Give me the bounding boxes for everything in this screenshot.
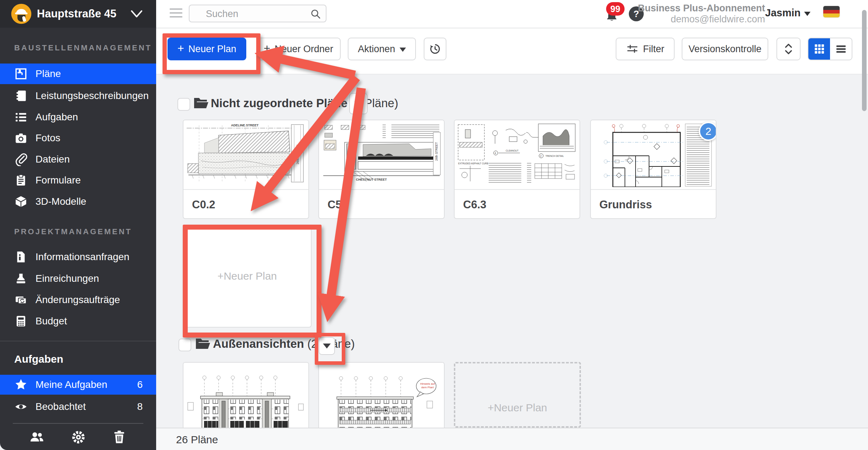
actions-label: Aktionen <box>358 44 395 55</box>
version-history-button[interactable] <box>424 38 446 60</box>
filter-sliders-icon <box>626 43 639 55</box>
actions-dropdown-button[interactable]: Aktionen <box>348 38 416 60</box>
sidebar-item-aenderungsauftraege[interactable]: Änderungsaufträge <box>0 290 156 310</box>
history-icon <box>428 42 442 56</box>
plan-title: Grundriss <box>599 198 652 211</box>
plan-card-c5[interactable]: CHESTNUT STREET 26th STREET C5. <box>318 120 445 219</box>
folder-title[interactable]: Nicht zugeordnete Pläne (4 Pläne) <box>211 97 398 110</box>
people-icon[interactable] <box>28 429 45 446</box>
plans-content: Nicht zugeordnete Pläne (4 Pläne) ADELIN… <box>156 74 868 428</box>
search-input[interactable] <box>205 7 306 21</box>
plan-title: C5. <box>328 198 345 211</box>
section-projektmanagement: PROJEKTMANAGEMENT <box>14 227 149 236</box>
hamburger-menu-icon[interactable] <box>170 9 182 18</box>
plan-count-status: 26 Pläne <box>176 434 218 446</box>
sidebar-item-budget[interactable]: Budget <box>0 311 156 331</box>
gear-icon[interactable] <box>70 429 87 446</box>
plan-hint-text: dem Plan! <box>421 386 434 389</box>
project-switcher[interactable]: Hauptstraße 45 <box>0 0 156 28</box>
folder-checkbox[interactable] <box>178 339 191 351</box>
language-flag-german[interactable] <box>823 6 840 17</box>
plan-card-elevation-1[interactable] <box>183 362 309 428</box>
sidebar: Hauptstraße 45 BAUSTELLENMANAGEMENT Plän… <box>0 0 156 450</box>
street-label: ADELINE STREET <box>231 124 259 127</box>
plans-toolbar: + Neuer Plan + Neuer Ordner Aktionen Fil… <box>156 28 868 75</box>
filter-button[interactable]: Filter <box>616 38 675 60</box>
new-plan-placeholder-card[interactable]: +Neuer Plan <box>183 225 312 328</box>
new-plan-button[interactable]: + Neuer Plan <box>167 38 246 60</box>
caret-down-icon <box>355 101 362 106</box>
sidebar-item-beobachtet[interactable]: Beobachtet 8 <box>0 397 156 417</box>
sidebar-item-plaene[interactable]: Pläne <box>0 64 156 84</box>
plan-card-grundriss[interactable]: 2 Grundriss <box>590 120 716 219</box>
new-plan-placeholder-label: +Neuer Plan <box>218 270 277 282</box>
street-label: 26th STREET <box>435 142 438 161</box>
plus-icon: + <box>177 42 184 55</box>
folder-checkbox[interactable] <box>177 98 190 111</box>
sidebar-footer-divider <box>13 423 143 424</box>
plan-thumbnail <box>591 120 716 190</box>
new-plan-label: Neuer Plan <box>188 44 236 55</box>
sidebar-item-label: Beobachtet <box>35 401 86 412</box>
new-plan-dashed-card[interactable]: +Neuer Plan <box>454 362 581 428</box>
sidebar-item-label: Formulare <box>35 175 81 186</box>
sidebar-item-meine-aufgaben[interactable]: Meine Aufgaben 6 <box>0 375 156 395</box>
plan-card-c02[interactable]: ADELINE STREET 26th STREET <box>183 120 309 219</box>
tasks-heading: Aufgaben <box>14 353 63 365</box>
plan-version-badge: 2 <box>699 122 716 141</box>
sidebar-item-label: 3D-Modelle <box>35 196 86 207</box>
new-folder-label: Neuer Ordner <box>275 44 333 55</box>
grid-view-button[interactable] <box>808 38 830 60</box>
folder-expand-button[interactable] <box>319 337 335 355</box>
svg-text:4: 4 <box>495 152 496 154</box>
stamp-icon <box>14 272 28 285</box>
sidebar-item-label: Informationsanfragen <box>35 251 130 263</box>
sidebar-item-label: Dateien <box>35 154 70 165</box>
grid-view-icon <box>814 43 825 55</box>
svg-text:2: 2 <box>540 155 542 157</box>
version-control-label: Versionskontrolle <box>688 44 762 55</box>
sidebar-item-label: Aufgaben <box>35 111 78 123</box>
sidebar-item-label: Änderungsaufträge <box>35 294 120 306</box>
version-control-button[interactable]: Versionskontrolle <box>682 38 768 60</box>
tasks-list-icon <box>14 110 28 124</box>
fieldwire-logo-icon <box>11 3 32 24</box>
search-box <box>189 5 326 22</box>
sidebar-item-label: Leistungsbeschreibungen <box>35 90 149 101</box>
folder-collapse-button[interactable] <box>349 93 368 114</box>
plan-thumbnail: ADELINE STREET 26th STREET <box>183 120 308 190</box>
sort-button[interactable] <box>776 38 801 60</box>
new-folder-button[interactable]: + Neuer Ordner <box>256 38 341 60</box>
list-view-button[interactable] <box>830 38 852 60</box>
user-menu[interactable]: Jasmin <box>765 7 811 19</box>
sidebar-item-informationsanfragen[interactable]: Informationsanfragen <box>0 247 156 267</box>
rfi-document-icon <box>14 250 28 264</box>
sidebar-item-aufgaben[interactable]: Aufgaben <box>0 107 156 127</box>
sidebar-item-fotos[interactable]: Fotos <box>0 128 156 148</box>
search-icon[interactable] <box>310 9 321 19</box>
plan-title: C6.3 <box>463 198 486 211</box>
sidebar-item-formulare[interactable]: Formulare <box>0 170 156 191</box>
plan-thumbnail: CHESTNUT STREET 26th STREET <box>319 120 444 190</box>
sidebar-item-3d-modelle[interactable]: 3D-Modelle <box>0 191 156 212</box>
change-orders-icon <box>14 293 28 307</box>
status-bar: 26 Pläne <box>156 428 868 450</box>
eye-icon <box>14 400 28 413</box>
sidebar-item-leistungsbeschreibungen[interactable]: Leistungsbeschreibungen <box>0 86 156 106</box>
project-name: Hauptstraße 45 <box>37 0 116 28</box>
camera-icon <box>14 131 28 145</box>
chevron-down-icon <box>130 9 143 19</box>
sidebar-item-dateien[interactable]: Dateien <box>0 149 156 170</box>
plan-card-c63[interactable]: EXTRUDED ASPHALT CURB 4 CLEANOUT 2 TRENC… <box>454 120 580 219</box>
plan-thumbnail: EXTRUDED ASPHALT CURB 4 CLEANOUT 2 TRENC… <box>455 120 579 190</box>
fieldwire-app: Hauptstraße 45 BAUSTELLENMANAGEMENT Plän… <box>0 0 868 450</box>
trash-icon[interactable] <box>111 429 128 446</box>
sidebar-item-einreichungen[interactable]: Einreichungen <box>0 268 156 289</box>
task-count-badge: 8 <box>137 401 143 412</box>
street-label: 26th STREET <box>296 144 300 164</box>
plan-card-elevation-2[interactable]: Hinweis auf dem Plan! <box>318 362 445 428</box>
subscription-label: Business Plus-Abonnement <box>638 3 765 14</box>
vertical-scrollbar[interactable] <box>862 10 867 111</box>
account-info: Business Plus-Abonnement demos@fieldwire… <box>638 3 765 25</box>
sidebar-item-label: Meine Aufgaben <box>35 379 107 390</box>
